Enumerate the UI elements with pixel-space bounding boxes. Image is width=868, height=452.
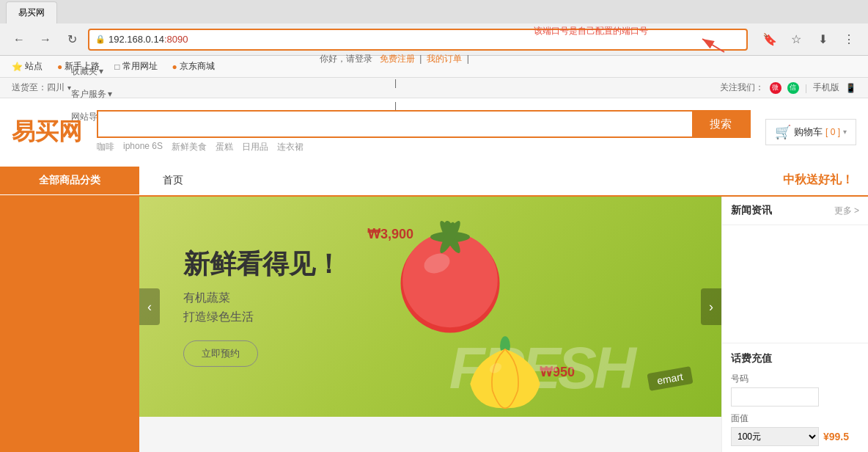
nav-home[interactable]: 首页 [151, 167, 195, 194]
cart-label: 购物车 [794, 125, 823, 139]
news-title: 新闻资讯 [731, 204, 772, 217]
cart-count: [ 0 ] [825, 127, 840, 137]
main-content: 新鲜看得见！ 有机蔬菜 打造绿色生活 立即预约 ₩3,900 ₩950 FRES… [0, 197, 868, 452]
extensions-icon[interactable]: ⋮ [839, 29, 859, 50]
cart-icon: 🛒 [775, 124, 791, 140]
location-text: 送货至：四川 [12, 81, 65, 94]
address-host: 192.168.0.14 [108, 34, 164, 45]
refresh-button[interactable]: ↻ [62, 29, 82, 50]
banner-pepper [457, 314, 553, 409]
recharge-number-field: 号码 [731, 373, 859, 407]
svg-line-1 [702, 39, 724, 52]
weibo-icon[interactable]: 微 [770, 82, 781, 94]
browser-tab[interactable]: 易买网 [6, 1, 57, 23]
recharge-section: 话费充值 号码 面值 100元 ¥99.5 立即充值 [722, 343, 868, 452]
right-sidebar: 新闻资讯 更多 > 话费充值 号码 面值 100元 ¥99.5 [721, 197, 868, 452]
recharge-number-input[interactable] [731, 387, 819, 407]
search-bar: 搜索 [97, 110, 751, 138]
hint-food[interactable]: 新鲜美食 [172, 141, 207, 153]
nav-links: 首页 [139, 167, 207, 194]
news-header: 新闻资讯 更多 > [722, 197, 868, 225]
browser-toolbar: ← → ↻ 🔒 192.168.0.14:8090 [0, 23, 868, 56]
logo: 易买网 [12, 116, 82, 148]
greeting-text: 你好，请登录 [320, 54, 372, 64]
banner-main-text: 新鲜看得见！ [183, 247, 342, 282]
banner-emart-label: emart [647, 366, 694, 391]
hint-coffee[interactable]: 咖啡 [97, 141, 114, 153]
recharge-amount-field: 面值 100元 ¥99.5 [731, 412, 859, 446]
nav-categories[interactable]: 全部商品分类 [0, 167, 139, 194]
star-icon[interactable]: ☆ [786, 29, 806, 50]
top-bar: 送货至：四川 ▾ 你好，请登录 免费注册 | 我的订单 | 收藏夹▾ | 客户服… [0, 78, 868, 98]
back-button[interactable]: ← [9, 29, 29, 50]
recharge-amount-label: 面值 [731, 412, 859, 425]
search-area: 搜索 咖啡 iphone 6S 新鲜美食 蛋糕 日用品 连衣裙 [97, 110, 751, 153]
lock-icon: 🔒 [95, 34, 106, 44]
favorites-link[interactable]: 收藏夹▾ [71, 65, 720, 78]
recharge-number-label: 号码 [731, 373, 859, 385]
search-button[interactable]: 搜索 [692, 112, 749, 136]
follow-us-text: 关注我们： [720, 81, 764, 94]
cart-dropdown-icon: ▾ [843, 128, 847, 136]
address-bar[interactable]: 🔒 192.168.0.14:8090 [88, 29, 748, 51]
hint-cake[interactable]: 蛋糕 [216, 141, 233, 153]
annotation-label: 该端口号是自己配置的端口号 [534, 25, 648, 37]
hint-dress[interactable]: 连衣裙 [277, 141, 304, 153]
banner-next-button[interactable]: › [701, 288, 721, 325]
recharge-amount-select[interactable]: 100元 [731, 427, 819, 446]
browser-tabs: 易买网 [0, 0, 868, 23]
center-area: 新鲜看得见！ 有机蔬菜 打造绿色生活 立即预约 ₩3,900 ₩950 FRES… [139, 197, 721, 452]
bookmark-sites[interactable]: ⭐ 站点 [6, 59, 48, 74]
recharge-price: ¥99.5 [823, 431, 849, 442]
top-bar-right: 关注我们： 微 信 | 手机版 📱 [720, 81, 856, 94]
phone-icon: 📱 [845, 83, 856, 93]
banner-text: 新鲜看得见！ 有机蔬菜 打造绿色生活 立即预约 [183, 247, 342, 367]
browser-right-icons: 🔖 ☆ ⬇ ⋮ [760, 29, 859, 50]
banner-bg: 新鲜看得见！ 有机蔬菜 打造绿色生活 立即预约 ₩3,900 ₩950 FRES… [139, 197, 721, 417]
wechat-icon[interactable]: 信 [787, 82, 799, 94]
register-link[interactable]: 免费注册 [380, 54, 415, 64]
cart-area[interactable]: 🛒 购物车 [ 0 ] ▾ [765, 119, 856, 145]
bookmark-sites-label: 站点 [25, 60, 43, 73]
favorites-icon[interactable]: 🔖 [760, 29, 780, 50]
phone-version-link[interactable]: 手机版 [813, 81, 839, 94]
forward-button[interactable]: → [35, 29, 56, 50]
banner-prev-button[interactable]: ‹ [139, 288, 160, 325]
news-more-link[interactable]: 更多 > [834, 205, 859, 217]
banner-button[interactable]: 立即预约 [183, 340, 258, 367]
banner: 新鲜看得见！ 有机蔬菜 打造绿色生活 立即预约 ₩3,900 ₩950 FRES… [139, 197, 721, 417]
my-orders-link[interactable]: 我的订单 [427, 54, 462, 64]
website: 送货至：四川 ▾ 你好，请登录 免费注册 | 我的订单 | 收藏夹▾ | 客户服… [0, 78, 868, 452]
customer-service-link[interactable]: 客户服务▾ [71, 88, 720, 101]
hint-iphone[interactable]: iphone 6S [123, 141, 163, 153]
hint-daily[interactable]: 日用品 [242, 141, 268, 153]
nav-bar: 全部商品分类 首页 中秋送好礼！ [0, 165, 868, 197]
recharge-amount-row: 100元 ¥99.5 [731, 427, 859, 446]
search-hints: 咖啡 iphone 6S 新鲜美食 蛋糕 日用品 连衣裙 [97, 141, 751, 153]
svg-point-6 [402, 233, 498, 328]
address-port: :8090 [164, 34, 188, 45]
download-icon[interactable]: ⬇ [812, 29, 833, 50]
category-sidebar [0, 197, 139, 452]
recharge-title: 话费充值 [731, 352, 859, 365]
address-text: 192.168.0.14:8090 [108, 34, 188, 45]
top-bar-left: 送货至：四川 ▾ [12, 81, 71, 94]
nav-promo: 中秋送好礼！ [768, 165, 868, 195]
banner-sub-text: 有机蔬菜 打造绿色生活 [183, 288, 342, 326]
search-input[interactable] [98, 112, 692, 136]
